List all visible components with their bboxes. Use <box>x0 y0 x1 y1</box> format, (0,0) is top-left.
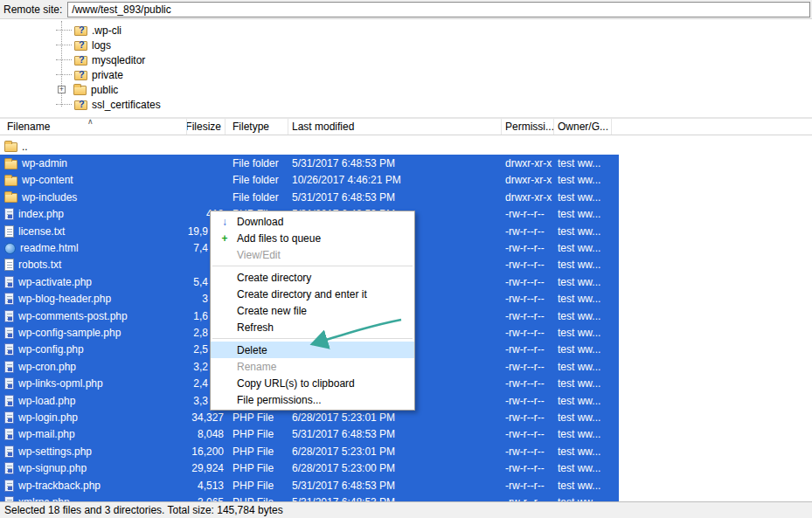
filetype-cell: PHP File <box>226 462 288 474</box>
file-name: wp-config.php <box>18 343 84 356</box>
menu-item-rename: Rename <box>211 358 414 375</box>
filesize-cell: 3 <box>187 293 210 305</box>
tree-item-logs[interactable]: logs <box>0 38 812 52</box>
filesize-cell: 8,048 <box>187 428 226 440</box>
tree-connector <box>56 52 72 60</box>
tree-item-mysqleditor[interactable]: mysqleditor <box>0 52 812 67</box>
file-row-wp-content[interactable]: wp-contentFile folder10/26/2017 4:46:21 … <box>0 172 619 189</box>
filetype-cell: PHP File <box>226 480 288 492</box>
php-file-icon <box>4 377 14 390</box>
permissions-cell: -rw-r--r-- <box>502 259 554 271</box>
permissions-cell: drwxr-xr-x <box>502 174 554 186</box>
column-header-label: Filename <box>7 121 50 133</box>
tree-item-label: public <box>91 84 118 96</box>
file-row-[interactable]: .. <box>0 138 619 155</box>
filesize-cell: 2,8 <box>187 327 210 339</box>
tree-connector <box>56 23 72 31</box>
permissions-cell: -rw-r--r-- <box>502 377 554 390</box>
owner-group-cell: test ww... <box>554 259 612 271</box>
file-name: wp-content <box>22 174 73 186</box>
filesize-cell: 1,6 <box>187 310 210 322</box>
last-modified-cell: 6/28/2017 5:23:00 PM <box>288 462 502 474</box>
owner-group-cell: test ww... <box>554 276 612 288</box>
download-icon: ↓ <box>217 216 232 228</box>
php-file-icon <box>4 293 14 305</box>
file-name: wp-comments-post.php <box>18 310 128 322</box>
menu-item-label: Refresh <box>237 321 274 334</box>
permissions-cell: -rw-r--r-- <box>502 480 554 492</box>
menu-separator <box>212 338 413 339</box>
menu-item-create-directory[interactable]: Create directory <box>211 269 414 286</box>
menu-item-copy-url-s-to-clipboard[interactable]: Copy URL(s) to clipboard <box>211 375 414 391</box>
file-name: wp-admin <box>22 157 67 169</box>
folder-question-icon <box>74 26 87 36</box>
file-name-cell: wp-links-opml.php <box>0 377 187 390</box>
column-header-permissions[interactable]: Permissi... <box>502 119 554 135</box>
remote-path-input[interactable] <box>67 2 810 17</box>
menu-item-label: Create directory <box>237 272 311 284</box>
filesize-cell: 3,2 <box>187 361 210 373</box>
filesize-cell: 2,5 <box>187 343 210 356</box>
owner-group-cell: test ww... <box>554 327 612 339</box>
filetype-cell: File folder <box>226 191 288 204</box>
file-row-wp-trackback-php[interactable]: wp-trackback.php4,513PHP File5/31/2017 6… <box>0 477 619 494</box>
tree-item-wp-cli[interactable]: .wp-cli <box>0 23 812 38</box>
permissions-cell: -rw-r--r-- <box>502 310 554 322</box>
file-row-wp-login-php[interactable]: wp-login.php34,327PHP File6/28/2017 5:23… <box>0 409 619 425</box>
file-name: readme.html <box>20 242 79 254</box>
tree-expander-icon[interactable]: + <box>58 86 66 93</box>
file-name-cell: readme.html <box>0 242 187 254</box>
php-file-icon <box>4 310 14 322</box>
menu-item-add-files-to-queue[interactable]: +Add files to queue <box>211 230 414 246</box>
file-name-cell: wp-admin <box>0 157 187 169</box>
tree-item-public[interactable]: +public <box>0 82 812 97</box>
menu-item-label: View/Edit <box>237 249 281 261</box>
tree-connector <box>56 38 72 45</box>
file-row-wp-admin[interactable]: wp-adminFile folder5/31/2017 6:48:53 PMd… <box>0 155 619 171</box>
file-row-wp-includes[interactable]: wp-includesFile folder5/31/2017 6:48:53 … <box>0 189 619 205</box>
tree-item-ssl-certificates[interactable]: ssl_certificates <box>0 97 812 112</box>
menu-item-label: Create new file <box>237 305 307 317</box>
file-row-wp-settings-php[interactable]: wp-settings.php16,200PHP File6/28/2017 5… <box>0 443 619 459</box>
tree-connector <box>56 97 72 105</box>
file-name-cell: license.txt <box>0 225 187 238</box>
column-header-last-modified[interactable]: Last modified <box>288 119 502 135</box>
column-header-owner-group[interactable]: Owner/G... <box>554 119 612 135</box>
menu-item-label: Add files to queue <box>237 232 321 245</box>
owner-group-cell: test ww... <box>554 428 612 440</box>
column-header-label: Owner/G... <box>558 121 608 133</box>
file-name: wp-signup.php <box>18 462 87 474</box>
php-file-icon <box>4 208 14 220</box>
file-row-wp-mail-php[interactable]: wp-mail.php8,048PHP File5/31/2017 6:48:5… <box>0 426 619 443</box>
html-file-icon <box>4 243 16 254</box>
file-row-xmlrpc-php[interactable]: xmlrpc.php3,065PHP File5/31/2017 6:48:53… <box>0 494 619 501</box>
menu-item-refresh[interactable]: Refresh <box>211 319 414 335</box>
php-file-icon <box>4 480 14 492</box>
permissions-cell: drwxr-xr-x <box>502 157 554 169</box>
menu-item-create-directory-and-enter-it[interactable]: Create directory and enter it <box>211 286 414 302</box>
file-name-cell: wp-content <box>0 174 187 186</box>
file-row-wp-signup-php[interactable]: wp-signup.php29,924PHP File6/28/2017 5:2… <box>0 459 619 476</box>
menu-item-delete[interactable]: Delete <box>211 342 414 358</box>
tree-item-private[interactable]: private <box>0 67 812 82</box>
file-name: wp-cron.php <box>18 361 76 373</box>
file-list-header: Filename ∧ Filesize Filetype Last modifi… <box>0 117 812 135</box>
folder-question-icon <box>74 41 87 51</box>
file-name: wp-blog-header.php <box>18 293 111 305</box>
column-header-filename[interactable]: Filename ∧ <box>0 119 187 135</box>
php-file-icon <box>4 411 14 424</box>
menu-item-download[interactable]: ↓Download <box>211 213 414 230</box>
menu-item-create-new-file[interactable]: Create new file <box>211 302 414 319</box>
menu-item-file-permissions[interactable]: File permissions... <box>211 391 414 408</box>
column-header-filetype[interactable]: Filetype <box>226 119 288 135</box>
php-file-icon <box>4 276 14 288</box>
sort-ascending-icon: ∧ <box>87 119 94 126</box>
filesize-cell: 19,9 <box>187 225 210 238</box>
filesize-cell: 16,200 <box>187 445 226 458</box>
status-bar: Selected 18 files and 3 directories. Tot… <box>0 501 812 518</box>
column-header-filesize[interactable]: Filesize <box>187 119 226 135</box>
column-header-label: Filesize <box>187 121 221 133</box>
text-file-icon <box>4 259 14 271</box>
file-name: wp-settings.php <box>18 445 92 458</box>
owner-group-cell: test ww... <box>554 480 612 492</box>
